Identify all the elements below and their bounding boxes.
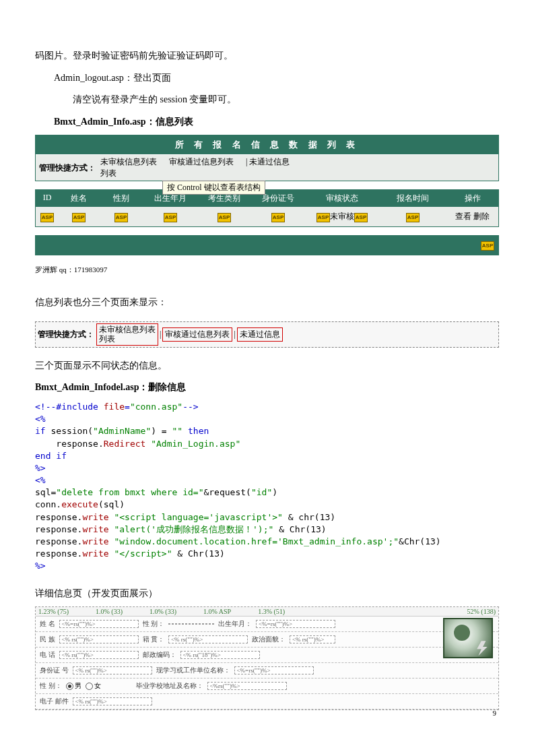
table-title: 所 有 报 名 信 息 数 据 列 表 [36, 135, 498, 155]
field-idcard[interactable]: <% rs("")%> [73, 666, 152, 674]
asp-icon: ASP [406, 213, 420, 222]
col-stat: 审核状态 [305, 190, 379, 207]
label-workunit: 现学习或工作单位名称： [156, 666, 230, 675]
ruler-tick: 1.23% (75) [38, 608, 69, 615]
info-data-table: 按 Control 键以查看表结构 ID 姓名 性别 出生年月 考生类别 身份证… [35, 189, 499, 227]
sep: | [160, 329, 161, 340]
file-desc: 信息列表 [156, 117, 193, 127]
form-row-2: 民 族 <% rs("")%> 籍 贯： <% rs("")%> 政治面貌： <… [36, 632, 498, 648]
label-idcard: 身份证 号 [40, 666, 69, 675]
label-name: 姓 名 [40, 619, 55, 629]
col-sex: 性别 [99, 190, 143, 207]
label-school: 毕业学校地址及名称： [136, 681, 203, 691]
table-header-row: ID 姓名 性别 出生年月 考生类别 身份证号 审核状态 报名时间 操作 [36, 190, 498, 207]
col-id: ID [36, 190, 59, 207]
shortcut-link-2[interactable]: 审核通过信息列表 [169, 156, 234, 179]
photo-tree-icon [454, 625, 470, 641]
field-school[interactable]: <%rs("")%> [207, 682, 287, 690]
section-3-text: 三个页面显示不同状态的信息。 [35, 357, 499, 375]
label-political: 政治面貌： [252, 635, 286, 644]
label-zip: 邮政编码： [143, 650, 176, 660]
asp-icon: ASP [114, 213, 128, 222]
paragraph-3: 清空说有登录产生的 session 变量即可。 [35, 91, 499, 109]
info-table-header-box: 所 有 报 名 信 息 数 据 列 表 管理快捷方式： 未审核信息列表列表 审核… [35, 135, 499, 181]
ruler-tick: 52% (138) [467, 608, 496, 615]
form-row-6: 电子 邮件 <% rs("")%> [36, 694, 498, 710]
field-workunit[interactable]: <%=rs("")%> [234, 666, 314, 674]
radio-male[interactable]: 男 [66, 681, 81, 691]
file-desc: 登出页面 [133, 73, 171, 83]
label-phone: 电 话 [40, 650, 55, 660]
label-native: 籍 贯： [143, 635, 165, 644]
op-delete-link[interactable]: 删除 [473, 212, 490, 221]
ruler-tick: 1.3% (51) [258, 608, 285, 615]
page-number: 9 [493, 709, 497, 717]
asp-icon: ASP [164, 213, 177, 222]
shortcut-red-1[interactable]: 未审核信息列表列表 [96, 323, 158, 346]
asp-icon: ASP [271, 213, 285, 222]
col-name: 姓名 [59, 190, 99, 207]
section-5-heading: 详细信息页（开发页面展示） [35, 585, 499, 603]
table-footer-bar: ASP [35, 235, 499, 255]
status-text: 未审核 [330, 212, 354, 221]
col-op: 操作 [446, 190, 498, 207]
shortcut-red-3[interactable]: 未通过信息 [237, 327, 283, 342]
shortcut-row: 管理快捷方式： 未审核信息列表列表 审核通过信息列表 | 未通过信息 [36, 155, 498, 181]
sep: | [234, 329, 235, 340]
label-sex: 性 别： [143, 619, 165, 629]
author-note: 罗洲辉 qq：171983097 [35, 265, 499, 275]
file-label: Admin_logout.asp： [54, 73, 133, 83]
file-label: Bmxt_Admin_Info.asp： [54, 117, 156, 127]
field-dob[interactable]: <%=rs("")%> [256, 620, 335, 628]
file-label: Bmxt_Admin_Infodel.asp： [35, 382, 148, 392]
section-4-heading: Bmxt_Admin_Infodel.asp：删除信息 [35, 379, 499, 397]
asp-icon: ASP [218, 213, 231, 222]
shortcut-red-2[interactable]: 审核通过信息列表 [162, 327, 232, 342]
asp-icon: ASP [354, 213, 368, 222]
field-native[interactable]: <% rs("")%> [168, 635, 248, 643]
shortcut-box-2: 管理快捷方式： 未审核信息列表列表 | 审核通过信息列表 | 未通过信息 [35, 321, 499, 348]
op-view-link[interactable]: 查看 [455, 212, 471, 221]
paragraph-2: Admin_logout.asp：登出页面 [35, 69, 499, 88]
field-political[interactable]: <% rs("")%> [290, 635, 335, 643]
label-email: 电子 邮件 [40, 697, 69, 706]
shortcut-link-1[interactable]: 未审核信息列表列表 [100, 156, 157, 179]
asp-icon: ASP [316, 213, 330, 222]
shortcut-label-2: 管理快捷方式： [37, 328, 95, 340]
field-sex[interactable] [168, 623, 214, 625]
form-row-4: 身份证 号 <% rs("")%> 现学习或工作单位名称： <%=rs("")%… [36, 663, 498, 679]
photo-placeholder [443, 618, 493, 658]
label-dob: 出生年月： [218, 619, 252, 629]
photo-bolt-icon [475, 641, 490, 656]
section-2-text: 信息列表也分三个页面来显示： [35, 294, 499, 312]
code-block: <!--#include file="conn.asp"--> <% if se… [35, 401, 499, 573]
label-sex2: 性 别： [40, 681, 62, 691]
table-row: ASP ASP ASP ASP ASP ASP ASP未审核ASP ASP 查看… [36, 207, 498, 226]
asp-icon: ASP [481, 241, 494, 251]
shortcut-label: 管理快捷方式： [38, 162, 96, 174]
ruler-tick: 1.0% ASP [203, 608, 231, 615]
ruler-tick: 1.0% (33) [149, 608, 176, 615]
form-row-3: 电 话 <% rs("")%> 邮政编码： <% rs("18")%> [36, 648, 498, 663]
asp-icon: ASP [72, 213, 86, 222]
control-hint-tooltip: 按 Control 键以查看表结构 [162, 181, 265, 195]
design-ruler: 1.23% (75) 1.0% (33) 1.0% (33) 1.0% ASP … [36, 607, 498, 617]
form-row-5: 性 别： 男 女 毕业学校地址及名称： <%rs("")%> [36, 679, 498, 694]
field-phone[interactable]: <% rs("")%> [59, 651, 139, 659]
paragraph-4: Bmxt_Admin_Info.asp：信息列表 [35, 113, 499, 131]
label-nation: 民 族 [40, 635, 55, 644]
shortcut-link-3[interactable]: | 未通过信息 [246, 156, 290, 179]
asp-icon: ASP [40, 213, 54, 222]
detail-form-preview: 1.23% (75) 1.0% (33) 1.0% (33) 1.0% ASP … [35, 606, 499, 710]
paragraph-1: 码图片。登录时验证密码前先验证验证码即可。 [35, 47, 499, 65]
form-row-1: 姓 名 <%=rs("")%> 性 别： 出生年月： <%=rs("")%> [36, 617, 498, 632]
field-email[interactable]: <% rs("")%> [73, 697, 152, 705]
file-desc: 删除信息 [148, 382, 186, 392]
field-zip[interactable]: <% rs("18")%> [180, 651, 260, 659]
field-name[interactable]: <%=rs("")%> [59, 620, 139, 628]
ruler-tick: 1.0% (33) [96, 608, 123, 615]
col-time: 报名时间 [379, 190, 446, 207]
radio-female[interactable]: 女 [86, 681, 101, 691]
field-nation[interactable]: <% rs("")%> [59, 635, 139, 643]
